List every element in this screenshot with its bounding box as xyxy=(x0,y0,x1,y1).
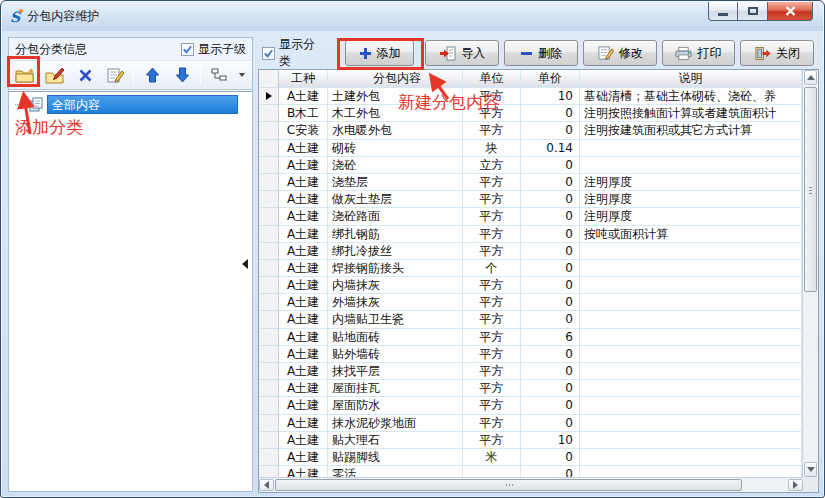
column-header-unit[interactable]: 单位 xyxy=(463,70,521,88)
cell-price: 0 xyxy=(521,397,580,414)
table-row[interactable]: A土建 浇砼 立方 0 xyxy=(259,157,802,174)
row-indicator-header xyxy=(259,70,279,88)
minimize-button[interactable] xyxy=(708,2,738,21)
column-header-price[interactable]: 单价 xyxy=(521,70,580,88)
table-header: 工种 分包内容 单位 单价 说明 xyxy=(259,70,802,88)
table-row[interactable]: A土建 屋面挂瓦 平方 0 xyxy=(259,380,802,397)
table-row[interactable]: A土建 内墙抹灰 平方 0 xyxy=(259,277,802,294)
print-button[interactable]: 打印 xyxy=(662,40,736,66)
row-indicator xyxy=(259,294,279,311)
annotation-box-add-button xyxy=(337,38,424,70)
tree-item-all-content[interactable]: 全部内容 xyxy=(9,95,252,114)
table-row[interactable]: A土建 土建外包 平方 10 基础清槽；基础主体砌砖、浇砼、养 xyxy=(259,88,802,105)
cell-price: 0 xyxy=(521,260,580,277)
table-row[interactable]: A土建 做灰土垫层 平方 0 注明厚度 xyxy=(259,191,802,208)
cell-trade: A土建 xyxy=(279,243,328,260)
cell-content: 焊接钢筋接头 xyxy=(328,260,463,277)
show-sublevel-checkbox[interactable]: 显示子级 xyxy=(181,41,246,58)
cell-price: 0 xyxy=(521,122,580,139)
cell-trade: A土建 xyxy=(279,294,328,311)
column-header-trade[interactable]: 工种 xyxy=(279,70,328,88)
cell-note: 按吨或面积计算 xyxy=(580,226,802,243)
table-row[interactable]: A土建 抹水泥砂浆地面 平方 0 xyxy=(259,415,802,432)
toolbar-separator xyxy=(200,65,201,85)
table-row[interactable]: A土建 浇垫层 平方 0 注明厚度 xyxy=(259,174,802,191)
vertical-scrollbar[interactable] xyxy=(802,70,818,477)
collapse-arrow-icon[interactable] xyxy=(242,259,248,269)
scroll-down-button[interactable] xyxy=(804,462,817,477)
cell-trade: A土建 xyxy=(279,466,328,477)
titlebar[interactable]: S 分包内容维护 xyxy=(2,2,823,31)
show-category-checkbox[interactable]: 显示分类 xyxy=(262,36,327,70)
annotation-new-content-label: 新建分包内容 xyxy=(398,91,500,114)
table-row[interactable]: A土建 贴踢脚线 米 0 xyxy=(259,449,802,466)
cell-price: 0 xyxy=(521,157,580,174)
scroll-left-button[interactable] xyxy=(259,479,274,491)
arrow-right-icon xyxy=(793,481,798,489)
table-row[interactable]: A土建 砌砖 块 0.14 xyxy=(259,140,802,157)
delete-category-icon[interactable] xyxy=(73,63,97,87)
rename-category-icon[interactable] xyxy=(103,63,127,87)
cell-content: 贴踢脚线 xyxy=(328,449,463,466)
table-body: A土建 土建外包 平方 10 基础清槽；基础主体砌砖、浇砼、养 B木工 木工外包… xyxy=(259,88,802,477)
import-button[interactable]: 导入 xyxy=(425,40,499,66)
table-row[interactable]: A土建 贴大理石 平方 10 xyxy=(259,432,802,449)
window-controls xyxy=(708,2,813,21)
cell-unit: 平方 xyxy=(463,277,521,294)
table-row[interactable]: A土建 焊接钢筋接头 个 0 xyxy=(259,260,802,277)
table-row[interactable]: A土建 绑扎钢筋 平方 0 按吨或面积计算 xyxy=(259,226,802,243)
table-row[interactable]: A土建 零活 0 xyxy=(259,466,802,477)
table-row[interactable]: A土建 内墙贴卫生瓷 平方 0 xyxy=(259,311,802,328)
cell-price: 0 xyxy=(521,226,580,243)
cell-content: 做灰土垫层 xyxy=(328,191,463,208)
tree-connector xyxy=(15,104,26,105)
cell-content: 零活 xyxy=(328,466,463,477)
delete-button[interactable]: 删除 xyxy=(504,40,578,66)
table-row[interactable]: A土建 外墙抹灰 平方 0 xyxy=(259,294,802,311)
vertical-scroll-thumb[interactable] xyxy=(804,87,817,292)
current-row-icon xyxy=(266,92,272,100)
close-window-button[interactable] xyxy=(767,2,813,21)
column-header-note[interactable]: 说明 xyxy=(580,70,802,88)
table-row[interactable]: A土建 浇砼路面 平方 0 注明厚度 xyxy=(259,208,802,225)
close-button[interactable]: 关闭 xyxy=(740,40,814,66)
cell-trade: A土建 xyxy=(279,88,328,105)
scroll-up-button[interactable] xyxy=(804,70,817,85)
table-row[interactable]: A土建 贴外墙砖 平方 0 xyxy=(259,346,802,363)
cell-unit: 立方 xyxy=(463,157,521,174)
table-row[interactable]: A土建 屋面防水 平方 0 xyxy=(259,397,802,414)
move-down-icon[interactable] xyxy=(170,63,194,87)
cell-trade: C安装 xyxy=(279,122,328,139)
edit-category-folder-icon[interactable] xyxy=(43,63,67,87)
modify-button[interactable]: 修改 xyxy=(583,40,657,66)
column-header-content[interactable]: 分包内容 xyxy=(328,70,463,88)
cell-price: 0 xyxy=(521,466,580,477)
row-indicator xyxy=(259,105,279,122)
window-title: 分包内容维护 xyxy=(27,8,99,25)
printer-icon xyxy=(675,46,692,61)
view-style-icon[interactable] xyxy=(207,63,231,87)
scroll-right-button[interactable] xyxy=(788,479,803,491)
cell-trade: A土建 xyxy=(279,311,328,328)
table-row[interactable]: C安装 水电暖外包 平方 0 注明按建筑面积或其它方式计算 xyxy=(259,122,802,139)
cell-trade: A土建 xyxy=(279,363,328,380)
table-row[interactable]: A土建 抹找平层 平方 0 xyxy=(259,363,802,380)
row-indicator xyxy=(259,277,279,294)
move-up-icon[interactable] xyxy=(140,63,164,87)
row-indicator xyxy=(259,88,279,105)
horizontal-scroll-thumb[interactable] xyxy=(275,479,742,491)
table-row[interactable]: B木工 木工外包 平方 0 注明按照接触面计算或者建筑面积计 xyxy=(259,105,802,122)
cell-trade: A土建 xyxy=(279,415,328,432)
cell-note xyxy=(580,329,802,346)
maximize-button[interactable] xyxy=(738,2,767,21)
cell-note: 注明厚度 xyxy=(580,208,802,225)
cell-trade: A土建 xyxy=(279,277,328,294)
cell-content: 水电暖外包 xyxy=(328,122,463,139)
cell-unit: 平方 xyxy=(463,415,521,432)
row-indicator xyxy=(259,191,279,208)
table-row[interactable]: A土建 绑扎冷拔丝 平方 0 xyxy=(259,243,802,260)
horizontal-scrollbar[interactable] xyxy=(259,477,803,492)
dropdown-caret-icon[interactable] xyxy=(239,73,245,77)
row-indicator xyxy=(259,415,279,432)
table-row[interactable]: A土建 贴地面砖 平方 6 xyxy=(259,329,802,346)
